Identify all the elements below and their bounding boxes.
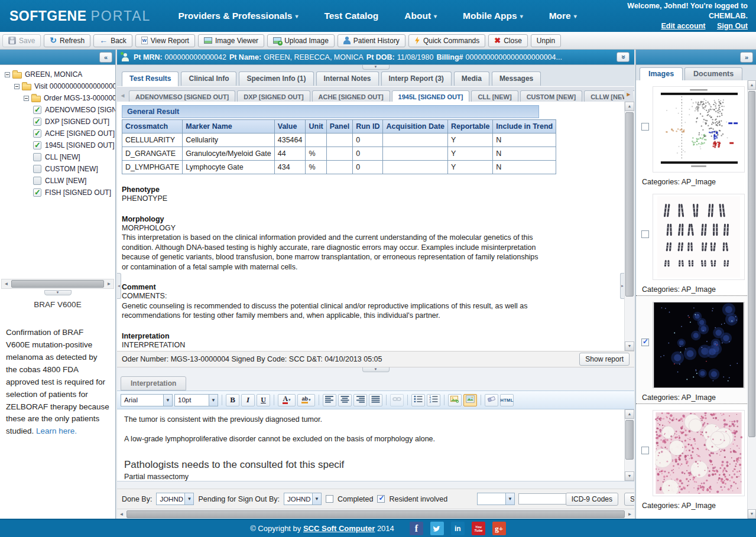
collapse-expander-icon[interactable]	[5, 72, 10, 77]
quick-commands-button[interactable]: Quick Commands	[408, 34, 485, 47]
collapse-expander-icon[interactable]	[14, 84, 20, 89]
scroll-down-icon[interactable]	[625, 471, 634, 481]
tab-interpretation[interactable]: Interpretation	[121, 376, 186, 390]
scc-link[interactable]: SCC Soft Computer	[303, 524, 375, 533]
tree-horizontal-scrollbar[interactable]	[1, 279, 114, 289]
scrollbar-thumb[interactable]	[126, 510, 625, 518]
eraser-button[interactable]	[485, 394, 498, 406]
tab-messages[interactable]: Messages	[492, 71, 541, 86]
thumbnail-fish-microscopy[interactable]	[653, 302, 745, 388]
edit-account-link[interactable]: Edit account	[661, 22, 705, 30]
scroll-down-icon[interactable]	[625, 341, 634, 351]
tree-node-cll-new[interactable]: CLL [NEW]	[0, 151, 115, 163]
scroll-left-icon[interactable]	[2, 279, 11, 288]
subtab-cll-new[interactable]: CLL [NEW]	[471, 90, 518, 102]
images-vertical-scrollbar[interactable]	[747, 80, 756, 519]
collapse-right-panel-button[interactable]: »	[740, 52, 753, 63]
google-plus-icon[interactable]: g+	[492, 522, 506, 535]
editor-content[interactable]: The tumor is consistent with the previou…	[117, 409, 634, 481]
unpin-button[interactable]: Unpin	[531, 34, 561, 47]
tab-images[interactable]: Images	[640, 67, 683, 80]
align-justify-button[interactable]	[369, 394, 382, 406]
close-button[interactable]: ✖Close	[488, 34, 528, 47]
tab-media[interactable]: Media	[454, 71, 489, 86]
image-select-checkbox[interactable]	[641, 447, 649, 454]
subtab-custom-new[interactable]: CUSTOM [NEW]	[520, 90, 583, 102]
html-source-button[interactable]: HTML	[500, 394, 514, 406]
collapse-left-panel-button[interactable]: «	[99, 52, 112, 63]
content-horizontal-scrollbar[interactable]	[117, 509, 634, 519]
tree-node-visit-000000000000000000[interactable]: Visit 000000000000000000	[0, 80, 115, 92]
scroll-down-icon[interactable]	[748, 509, 756, 519]
tree-node-adenovmeso-signed-out[interactable]: ADENOVMESO [SIGNED OUT]	[0, 104, 115, 116]
completed-checkbox[interactable]	[326, 495, 333, 503]
tree-node-cllw-new[interactable]: CLLW [NEW]	[0, 175, 115, 187]
subtab-dxp-signed-out[interactable]: DXP [SIGNED OUT]	[237, 90, 310, 102]
twitter-icon[interactable]	[430, 522, 444, 535]
thumbnail-histology[interactable]	[653, 410, 745, 496]
tab-test-results[interactable]: Test Results	[122, 71, 179, 86]
image-viewer-button[interactable]: Image Viewer	[198, 34, 264, 47]
scroll-up-icon[interactable]	[625, 102, 634, 111]
view-report-button[interactable]: WView Report	[135, 34, 195, 47]
code-input[interactable]	[518, 493, 568, 505]
collapse-expander-icon[interactable]	[24, 96, 29, 101]
learn-here-link[interactable]: Learn here.	[36, 427, 77, 435]
underline-button[interactable]: U	[257, 394, 270, 406]
nav-item-about[interactable]: About▾	[404, 11, 437, 21]
image-select-checkbox[interactable]	[641, 230, 649, 238]
icd9-codes-button[interactable]: ICD-9 Codes	[566, 493, 618, 506]
tab-clinical-info[interactable]: Clinical Info	[181, 71, 236, 86]
back-button[interactable]: ←Back	[93, 34, 132, 47]
nav-item-test-catalog[interactable]: Test Catalog	[324, 11, 378, 21]
patient-history-button[interactable]: Patient History	[338, 34, 405, 47]
extra-select[interactable]	[477, 493, 515, 505]
editor-splitter-handle[interactable]	[362, 367, 390, 372]
tab-specimen-info-1[interactable]: Specimen Info (1)	[239, 71, 313, 86]
subtab-ache-signed-out[interactable]: ACHE [SIGNED OUT]	[312, 90, 390, 102]
nav-item-providers-professionals[interactable]: Providers & Professionals▾	[178, 11, 298, 21]
link-button[interactable]	[390, 394, 404, 406]
youtube-icon[interactable]: YouTube	[472, 522, 485, 535]
font-color-button[interactable]: A▾	[278, 394, 296, 406]
resident-involved-checkbox[interactable]	[377, 495, 385, 503]
numbered-list-button[interactable]: 123	[427, 394, 440, 406]
italic-button[interactable]: I	[241, 394, 255, 406]
tab-documents[interactable]: Documents	[684, 67, 742, 80]
scrollbar-thumb[interactable]	[11, 280, 104, 288]
scrollbar-thumb[interactable]	[625, 420, 634, 460]
upload-image-button[interactable]: Upload Image	[267, 34, 335, 47]
tree-node-ache-signed-out[interactable]: ACHE [SIGNED OUT]	[0, 128, 115, 139]
collapse-right-handle[interactable]	[620, 273, 624, 299]
image-select-checkbox[interactable]	[641, 123, 649, 131]
done-by-select[interactable]: JOHND	[156, 493, 194, 505]
subtab-1945l-signed-out[interactable]: 1945L [SIGNED OUT]	[392, 90, 470, 102]
collapse-tabs-handle[interactable]	[362, 65, 390, 70]
results-vertical-scrollbar[interactable]	[624, 102, 634, 351]
linkedin-icon[interactable]: in	[451, 522, 465, 535]
tree-node-custom-new[interactable]: CUSTOM [NEW]	[0, 163, 115, 175]
bold-button[interactable]: B	[226, 394, 239, 406]
tree-node-1945l-signed-out[interactable]: 1945L [SIGNED OUT]	[0, 139, 115, 151]
facebook-icon[interactable]: f	[410, 522, 423, 535]
tree-node-green-monica[interactable]: GREEN, MONICA	[0, 69, 115, 80]
pending-signout-select[interactable]: JOHND	[284, 493, 322, 505]
show-report-button[interactable]: Show report	[579, 353, 630, 366]
align-center-button[interactable]	[338, 394, 352, 406]
bullet-list-button[interactable]	[411, 394, 425, 406]
scroll-up-icon[interactable]	[748, 80, 756, 90]
subtabs-scroll-left-icon[interactable]: ◄	[118, 90, 127, 102]
tab-interp-report-3[interactable]: Interp Report (3)	[381, 71, 452, 86]
highlight-button[interactable]: ab▾	[297, 394, 315, 406]
image-select-checkbox[interactable]	[641, 339, 649, 346]
tab-internal-notes[interactable]: Internal Notes	[316, 71, 379, 86]
scroll-up-icon[interactable]	[625, 409, 634, 419]
subtab-adenovmeso-signed-out[interactable]: ADENOVMESO [SIGNED OUT]	[129, 90, 235, 102]
tree-node-order-mgs-13-0000004[interactable]: Order MGS-13-0000004	[0, 92, 115, 104]
sign-out-link[interactable]: Sign Out	[717, 22, 748, 30]
insert-image-button[interactable]	[448, 394, 462, 406]
font-family-combo[interactable]: Arial	[121, 394, 173, 406]
collapse-left-handle[interactable]	[117, 273, 121, 299]
save-button[interactable]: Save	[2, 34, 41, 47]
refresh-button[interactable]: ↻Refresh	[44, 34, 90, 47]
